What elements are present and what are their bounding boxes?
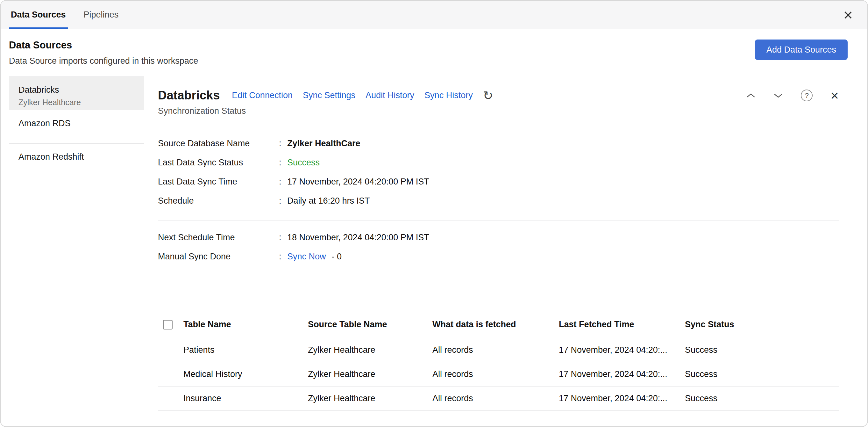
datasource-name: Amazon Redshift xyxy=(19,152,134,162)
page-header-text: Data Sources Data Source imports configu… xyxy=(9,29,198,66)
add-data-sources-button[interactable]: Add Data Sources xyxy=(755,39,848,60)
help-icon[interactable]: ? xyxy=(801,89,813,101)
edit-connection-link[interactable]: Edit Connection xyxy=(232,90,292,101)
cell-last-fetched-time: 17 November, 2024 04:20:... xyxy=(554,387,680,411)
detail-titlebar: Databricks Edit Connection Sync Settings… xyxy=(158,89,839,102)
manual-sync-count: - 0 xyxy=(332,252,342,262)
datasource-workspace: Zylker Healthcare xyxy=(19,98,134,107)
tab-pipelines[interactable]: Pipelines xyxy=(82,1,121,29)
cell-last-fetched-time: 17 November, 2024 04:20:... xyxy=(554,362,680,387)
detail-value: 18 November, 2024 04:20:00 PM IST xyxy=(287,233,429,243)
cell-table-name: Patients xyxy=(178,338,303,362)
cell-source-table-name: Zylker Healthcare xyxy=(303,338,427,362)
detail-label: Schedule xyxy=(158,196,279,206)
colon: : xyxy=(279,177,287,187)
chevron-down-icon[interactable] xyxy=(773,93,783,98)
content-area: Databricks Zylker Healthcare Amazon RDS … xyxy=(1,77,867,411)
table-row-insurance[interactable]: Insurance Zylker Healthcare All records … xyxy=(158,387,839,411)
audit-history-link[interactable]: Audit History xyxy=(366,90,414,101)
cell-what-data-is-fetched: All records xyxy=(427,387,554,411)
detail-row-source-database: Source Database Name : Zylker HealthCare xyxy=(158,134,839,153)
refresh-icon[interactable]: ↻ xyxy=(483,89,493,102)
sync-history-link[interactable]: Sync History xyxy=(425,90,473,101)
next-schedule-details: Next Schedule Time : 18 November, 2024 0… xyxy=(158,228,839,266)
tables-sync-table: Table Name Source Table Name What data i… xyxy=(158,314,839,411)
cell-what-data-is-fetched: All records xyxy=(427,338,554,362)
sync-now-link[interactable]: Sync Now xyxy=(287,252,326,262)
datasource-title: Databricks xyxy=(158,89,220,102)
column-header-sync-status: Sync Status xyxy=(680,314,839,338)
table-header-row: Table Name Source Table Name What data i… xyxy=(158,314,839,338)
close-panel-icon[interactable]: × xyxy=(830,89,839,103)
section-divider xyxy=(158,221,839,221)
tables-table-container: Table Name Source Table Name What data i… xyxy=(158,314,839,411)
table-row-patients[interactable]: Patients Zylker Healthcare All records 1… xyxy=(158,338,839,362)
cell-last-fetched-time: 17 November, 2024 04:20:... xyxy=(554,338,680,362)
page-title: Data Sources xyxy=(9,39,198,51)
sync-status-details: Source Database Name : Zylker HealthCare… xyxy=(158,134,839,210)
detail-row-manual-sync: Manual Sync Done : Sync Now - 0 xyxy=(158,247,839,266)
datasource-name: Amazon RDS xyxy=(19,118,134,129)
detail-label: Manual Sync Done xyxy=(158,252,279,262)
datasource-detail-panel: Databricks Edit Connection Sync Settings… xyxy=(144,77,839,411)
cell-what-data-is-fetched: All records xyxy=(427,362,554,387)
cell-source-table-name: Zylker Healthcare xyxy=(303,362,427,387)
colon: : xyxy=(279,139,287,148)
detail-row-last-sync-status: Last Data Sync Status : Success xyxy=(158,153,839,172)
row-select-cell xyxy=(158,362,178,387)
detail-row-last-sync-time: Last Data Sync Time : 17 November, 2024 … xyxy=(158,172,839,191)
detail-label: Last Data Sync Status xyxy=(158,158,279,168)
cell-table-name: Insurance xyxy=(178,387,303,411)
column-header-last-fetched-time: Last Fetched Time xyxy=(554,314,680,338)
column-header-source-table-name: Source Table Name xyxy=(303,314,427,338)
page-header: Data Sources Data Source imports configu… xyxy=(1,29,867,77)
sidebar-item-amazon-rds[interactable]: Amazon RDS xyxy=(9,110,144,144)
row-select-cell xyxy=(158,387,178,411)
section-subtitle: Synchronization Status xyxy=(158,106,839,116)
cell-source-table-name: Zylker Healthcare xyxy=(303,387,427,411)
panel-controls: ? × xyxy=(746,89,839,103)
column-header-table-name: Table Name xyxy=(178,314,303,338)
colon: : xyxy=(279,252,287,262)
detail-value: Zylker HealthCare xyxy=(287,139,361,148)
sync-settings-link[interactable]: Sync Settings xyxy=(303,90,355,101)
sidebar-item-databricks[interactable]: Databricks Zylker Healthcare xyxy=(9,77,144,110)
detail-label: Source Database Name xyxy=(158,139,279,148)
cell-sync-status: Success xyxy=(680,387,839,411)
detail-value: 17 November, 2024 04:20:00 PM IST xyxy=(287,177,429,187)
colon: : xyxy=(279,158,287,168)
sidebar-item-amazon-redshift[interactable]: Amazon Redshift xyxy=(9,144,144,177)
chevron-up-icon[interactable] xyxy=(746,93,755,98)
tab-data-sources[interactable]: Data Sources xyxy=(9,1,68,29)
datasource-list: Databricks Zylker Healthcare Amazon RDS … xyxy=(9,77,144,411)
datasource-name: Databricks xyxy=(19,85,134,95)
status-badge: Success xyxy=(287,158,320,168)
colon: : xyxy=(279,233,287,243)
cell-table-name: Medical History xyxy=(178,362,303,387)
detail-label: Last Data Sync Time xyxy=(158,177,279,187)
table-row-medical-history[interactable]: Medical History Zylker Healthcare All re… xyxy=(158,362,839,387)
detail-value: Daily at 16:20 hrs IST xyxy=(287,196,370,206)
row-select-cell xyxy=(158,338,178,362)
data-sources-modal: Data Sources Pipelines × Data Sources Da… xyxy=(0,0,868,427)
cell-sync-status: Success xyxy=(680,362,839,387)
column-header-what-data-is-fetched: What data is fetched xyxy=(427,314,554,338)
detail-row-schedule: Schedule : Daily at 16:20 hrs IST xyxy=(158,191,839,210)
detail-label: Next Schedule Time xyxy=(158,233,279,243)
cell-sync-status: Success xyxy=(680,338,839,362)
colon: : xyxy=(279,196,287,206)
close-icon[interactable]: × xyxy=(843,7,853,23)
detail-row-next-schedule: Next Schedule Time : 18 November, 2024 0… xyxy=(158,228,839,247)
topbar: Data Sources Pipelines × xyxy=(1,1,867,29)
page-subtitle: Data Source imports configured in this w… xyxy=(9,56,198,66)
select-all-checkbox[interactable] xyxy=(163,320,173,330)
